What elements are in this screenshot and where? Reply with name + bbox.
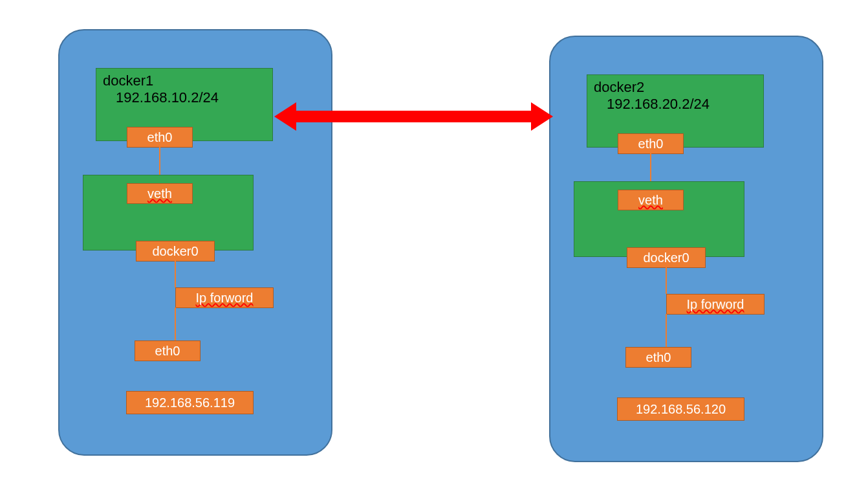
host1-eth0-bottom: eth0 xyxy=(135,340,201,361)
arrow-shaft xyxy=(295,111,532,122)
arrow-left-head xyxy=(274,102,296,131)
host1-ip: 192.168.56.119 xyxy=(126,391,254,414)
host1-line2 xyxy=(175,261,176,287)
docker2-ip: 192.168.20.2/24 xyxy=(587,96,763,113)
host2-line3 xyxy=(666,314,667,347)
docker2-name: docker2 xyxy=(587,79,763,96)
host2-ip-forward: Ip forword xyxy=(666,294,765,315)
host2-line2 xyxy=(666,267,667,294)
host1-docker0: docker0 xyxy=(136,241,215,262)
host2-eth0-top: eth0 xyxy=(618,133,684,154)
host1-eth0-top: eth0 xyxy=(127,127,193,148)
host2-docker0: docker0 xyxy=(627,247,706,268)
host1-ip-forward: Ip forword xyxy=(175,287,274,308)
host1-veth: veth xyxy=(127,183,193,204)
host2-eth0-bottom: eth0 xyxy=(625,347,691,368)
arrow-right-head xyxy=(531,102,553,131)
host2-veth: veth xyxy=(618,190,684,210)
docker1-ip: 192.168.10.2/24 xyxy=(96,89,272,106)
host2-ip: 192.168.56.120 xyxy=(617,397,744,421)
docker1-name: docker1 xyxy=(96,72,272,89)
host1-line3 xyxy=(175,307,176,340)
